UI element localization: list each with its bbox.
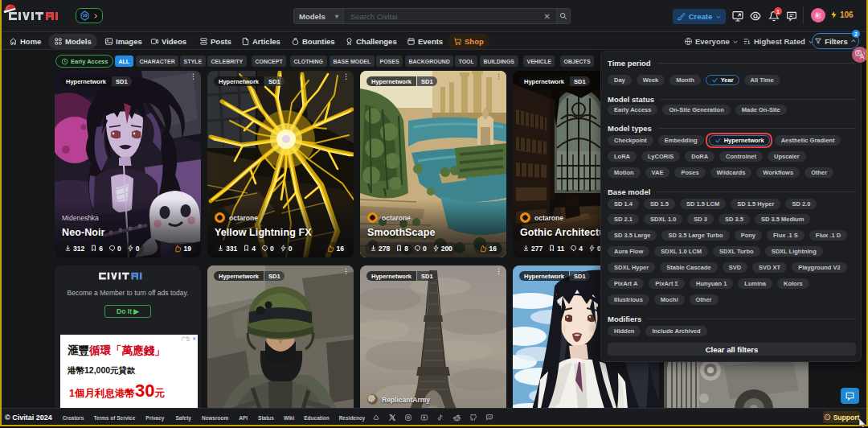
svg-text:10: 10 (83, 14, 88, 18)
